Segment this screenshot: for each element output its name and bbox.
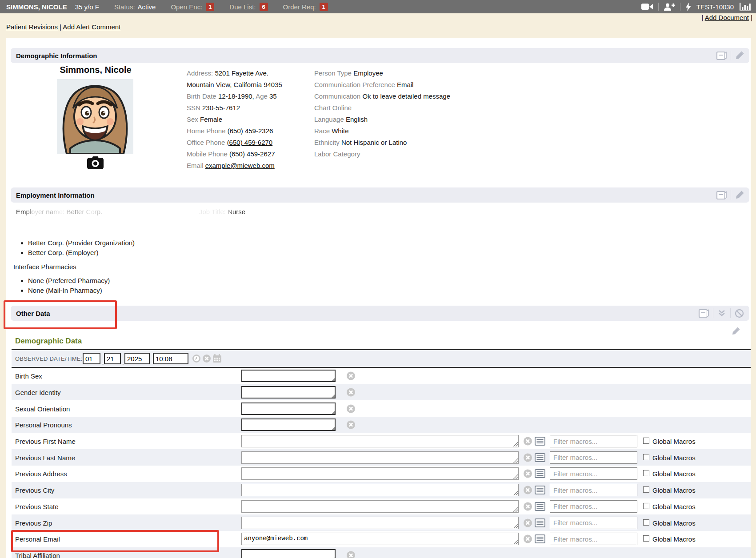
- macro-list-icon[interactable]: [535, 437, 545, 446]
- section-other-data[interactable]: Other Data: [11, 306, 749, 321]
- observed-month-input[interactable]: [83, 353, 100, 364]
- filter-macros-input[interactable]: [550, 484, 637, 496]
- book-icon[interactable]: [716, 191, 727, 200]
- clear-icon[interactable]: [346, 404, 356, 413]
- previous-first-name-textarea[interactable]: [241, 435, 519, 447]
- global-macros-checkbox[interactable]: [643, 438, 649, 444]
- pharmacy-list: None (Preferred Pharmacy) None (Mail-In …: [21, 277, 110, 296]
- add-document-link[interactable]: Add Document: [705, 14, 749, 21]
- office-phone-link[interactable]: (650) 459-6270: [227, 139, 273, 146]
- chart-id: TEST-10030: [696, 3, 734, 11]
- book-icon[interactable]: [698, 309, 709, 318]
- order-req-badge[interactable]: 1: [320, 3, 328, 11]
- table-row-personal-pronouns: Personal Pronouns: [12, 417, 751, 433]
- macro-list-icon[interactable]: [535, 469, 545, 478]
- edit-pencil-icon[interactable]: [735, 191, 744, 199]
- field-home-phone: Home Phone (650) 459-2326: [187, 127, 273, 135]
- clear-icon[interactable]: [346, 371, 356, 381]
- global-macros-label: Global Macros: [652, 486, 696, 494]
- personal-pronouns-input[interactable]: [241, 418, 336, 431]
- previous-state-textarea[interactable]: [241, 500, 519, 513]
- birth-sex-input[interactable]: [241, 370, 336, 382]
- observed-day-input[interactable]: [104, 353, 121, 364]
- row-label: Gender Identity: [15, 389, 61, 396]
- email-link[interactable]: example@mieweb.com: [205, 162, 275, 169]
- global-macros-checkbox[interactable]: [643, 535, 649, 542]
- macro-list-icon[interactable]: [535, 453, 545, 462]
- book-icon[interactable]: [716, 51, 727, 60]
- filter-macros-input[interactable]: [550, 517, 637, 529]
- add-alert-comment-link[interactable]: Add Alert Comment: [63, 23, 120, 31]
- field-chart-online: Chart Online: [314, 104, 352, 112]
- row-label: Birth Sex: [15, 372, 42, 380]
- row-label: Previous Zip: [15, 519, 52, 526]
- macro-list-icon[interactable]: [535, 502, 545, 511]
- observed-datetime-row: OBSERVED DATE/TIME: - -: [12, 349, 751, 368]
- previous-city-textarea[interactable]: [241, 484, 519, 496]
- sexual-orientation-input[interactable]: [241, 403, 336, 415]
- clear-icon[interactable]: [523, 453, 532, 462]
- global-macros-checkbox[interactable]: [643, 519, 649, 525]
- macro-list-icon[interactable]: [535, 518, 545, 527]
- global-macros-checkbox[interactable]: [643, 454, 649, 460]
- home-phone-link[interactable]: (650) 459-2326: [228, 127, 273, 135]
- global-macros-checkbox[interactable]: [643, 486, 649, 493]
- filter-macros-input[interactable]: [550, 500, 637, 513]
- list-item: None (Mail-In Pharmacy): [28, 287, 110, 294]
- collapse-icon[interactable]: [717, 310, 726, 317]
- link-separator: |: [58, 23, 63, 31]
- clear-icon[interactable]: [523, 534, 532, 544]
- previous-address-textarea[interactable]: [241, 467, 519, 480]
- clear-icon[interactable]: [346, 388, 356, 397]
- patient-revisions-link[interactable]: Patient Revisions: [6, 23, 58, 31]
- observed-year-input[interactable]: [124, 353, 150, 364]
- demographic-data-heading: Demographic Data: [15, 337, 82, 346]
- filter-macros-input[interactable]: [550, 533, 637, 545]
- due-list-label: Due List:: [229, 3, 256, 11]
- clear-icon[interactable]: [346, 550, 356, 558]
- edit-pencil-icon[interactable]: [735, 51, 744, 60]
- previous-last-name-textarea[interactable]: [241, 451, 519, 464]
- header-toolbar: TEST-10030: [641, 3, 756, 11]
- filter-macros-input[interactable]: [550, 435, 637, 447]
- clear-icon[interactable]: [523, 437, 532, 446]
- field-race: Race White: [314, 127, 349, 135]
- disable-icon[interactable]: [735, 309, 744, 318]
- patient-age-sex: 35 y/o F: [75, 3, 99, 11]
- clear-icon[interactable]: [523, 486, 532, 495]
- lightning-icon[interactable]: [686, 3, 691, 11]
- row-label: Previous First Name: [15, 438, 76, 445]
- previous-zip-textarea[interactable]: [241, 517, 519, 529]
- video-camera-icon[interactable]: [641, 3, 653, 10]
- open-enc-badge[interactable]: 1: [206, 3, 214, 11]
- due-list-badge[interactable]: 6: [260, 3, 268, 11]
- table-row-previous-address: Previous Address Global Macros: [12, 466, 751, 482]
- clear-icon[interactable]: [523, 502, 532, 511]
- global-macros-checkbox[interactable]: [643, 470, 649, 476]
- global-macros-checkbox[interactable]: [643, 503, 649, 509]
- mobile-phone-link[interactable]: (650) 459-2627: [229, 150, 275, 158]
- clear-icon[interactable]: [523, 518, 532, 527]
- tribal-affiliation-input[interactable]: [241, 549, 336, 558]
- gender-identity-input[interactable]: [241, 386, 336, 399]
- calendar-icon[interactable]: [212, 354, 222, 363]
- filter-macros-input[interactable]: [550, 467, 637, 480]
- filter-macros-input[interactable]: [550, 451, 637, 464]
- table-row-previous-zip: Previous Zip Global Macros: [12, 514, 751, 531]
- clear-icon[interactable]: [346, 420, 356, 430]
- row-label: Personal Email: [15, 535, 60, 543]
- macro-list-icon[interactable]: [535, 486, 545, 494]
- personal-email-textarea[interactable]: anyone@mieweb.com: [241, 533, 519, 545]
- edit-pencil-icon[interactable]: [732, 327, 740, 335]
- clear-icon[interactable]: [523, 469, 532, 478]
- camera-icon[interactable]: [87, 156, 104, 169]
- row-label: Tribal Affiliation: [15, 551, 60, 558]
- stats-icon[interactable]: [739, 3, 751, 11]
- add-user-icon[interactable]: [664, 3, 675, 11]
- observed-time-input[interactable]: [153, 353, 188, 364]
- field-labor-category: Labor Category: [314, 150, 360, 158]
- table-row-previous-state: Previous State Global Macros: [12, 498, 751, 515]
- macro-list-icon[interactable]: [535, 534, 545, 543]
- clear-icon[interactable]: [202, 354, 211, 363]
- clock-icon[interactable]: [192, 354, 201, 363]
